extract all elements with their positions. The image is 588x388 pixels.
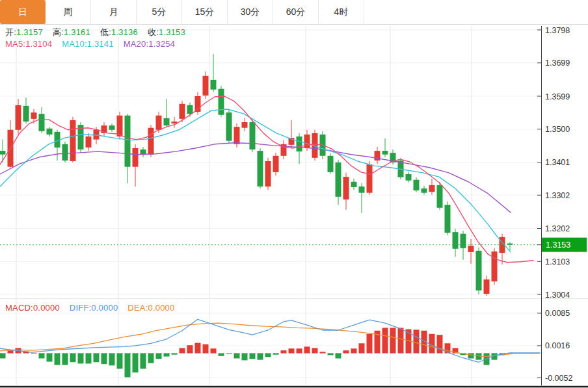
macd-bar [39,354,45,359]
macd-tick-label: 0.0085 [545,309,570,318]
candle-body [437,185,443,208]
macd-bar [328,354,334,356]
macd-bar [258,354,263,360]
tab-timeframe-0[interactable]: 日 [0,0,46,24]
candle-body [328,156,334,172]
ma20-line [0,143,511,213]
macd-bar [250,354,256,359]
candle-body [351,182,357,187]
ohlc-row-item: 低:1.3136 [100,27,138,38]
candle-body [492,252,498,281]
macd-bar [31,353,37,354]
macd-bar [0,354,6,359]
candle-body [406,174,412,181]
macd-bar [94,354,100,363]
price-tick-label: 1.3798 [545,26,570,35]
price-tick-label: 1.3202 [545,224,570,233]
tab-timeframe-3[interactable]: 5分 [137,0,182,24]
candle-body [62,144,68,161]
price-tick-label: 1.3103 [545,257,570,266]
ohlc-row-item: 收:1.3153 [148,27,185,38]
candle-body [445,205,451,233]
macd-bar [242,354,248,361]
readout-label: MA20: [124,39,149,49]
macd-bar [289,348,295,353]
macd-bar [304,346,310,353]
readout-value: 1.3254 [148,39,175,49]
ma-row-item: MA10:1.3141 [62,39,114,49]
price-tick-label: 1.3500 [545,125,570,134]
ma-readout-row: MA5:1.3104MA10:1.3141MA20:1.3254 [5,39,175,49]
readout-value: 0.0000 [148,303,174,313]
candle-body [16,105,21,130]
readout-value: 1.3153 [159,27,185,37]
candle-body [187,105,193,114]
candle-body [250,122,256,149]
candle-body [39,114,45,131]
candle-body [336,162,341,197]
tab-timeframe-2[interactable]: 月 [91,0,137,24]
macd-bar [195,343,201,354]
readout-label: 高: [53,27,64,37]
readout-value: 0.0000 [91,303,118,313]
tab-timeframe-5[interactable]: 30分 [228,0,273,24]
chart-canvas[interactable]: 1.37981.36991.35991.35001.34011.33021.32… [0,0,588,388]
macd-tick-label: -0.0052 [545,374,572,383]
candle-body [203,76,209,96]
macd-bar [62,354,68,365]
macd-bar [55,354,60,365]
readout-label: DEA: [127,303,148,313]
price-tick-label: 1.3004 [545,291,570,300]
macd-bar [8,350,14,353]
macd-row-item: DIFF:0.0000 [70,303,118,313]
macd-bar [429,334,435,354]
readout-label: DIFF: [70,303,92,313]
candle-body [273,156,279,172]
macd-bar [320,352,326,353]
readout-label: MA10: [62,39,87,49]
candle-body [70,120,76,161]
candle-body [461,234,466,248]
macd-bar [343,350,349,353]
price-tick-label: 1.3401 [545,158,570,167]
current-price-badge-label: 1.3153 [546,240,570,250]
macd-bar [219,354,224,356]
readout-label: 收: [148,27,159,37]
ohlc-readout-row: 开:1.3157高:1.3161低:1.3136收:1.3153 [5,27,185,38]
candle-body [86,136,92,148]
candle-body [343,177,349,200]
candle-body [226,112,232,141]
macd-bar [148,354,154,363]
macd-bar [70,354,76,363]
readout-label: 开: [5,27,16,37]
macd-bar [351,348,357,353]
readout-value: 1.3104 [25,39,52,49]
macd-bar [414,330,420,353]
tab-timeframe-4[interactable]: 15分 [182,0,228,24]
tab-timeframe-6[interactable]: 60分 [273,0,319,24]
macd-bar [398,328,404,353]
candle-body [414,180,420,190]
macd-bar [382,328,388,353]
macd-bar [297,348,302,353]
macd-bar [390,328,396,353]
macd-bar [281,350,287,353]
candle-body [265,161,271,187]
macd-bar [273,354,279,355]
candle-body [211,80,217,90]
candle-body [148,128,154,155]
macd-row-item: DEA:0.0000 [127,303,174,313]
candle-body [367,164,373,193]
price-tick-label: 1.3699 [545,58,570,68]
candle-body [109,125,115,130]
tab-timeframe-1[interactable]: 周 [46,0,91,24]
candle-body [23,106,29,122]
tab-timeframe-7[interactable]: 4时 [319,0,364,24]
candle-body [125,116,131,167]
macd-bar [437,335,443,353]
macd-bar [133,354,139,373]
dea-line [0,323,540,356]
macd-bar [47,354,53,362]
macd-row-item: MACD:0.0000 [5,303,60,313]
readout-label: 低: [100,27,111,37]
